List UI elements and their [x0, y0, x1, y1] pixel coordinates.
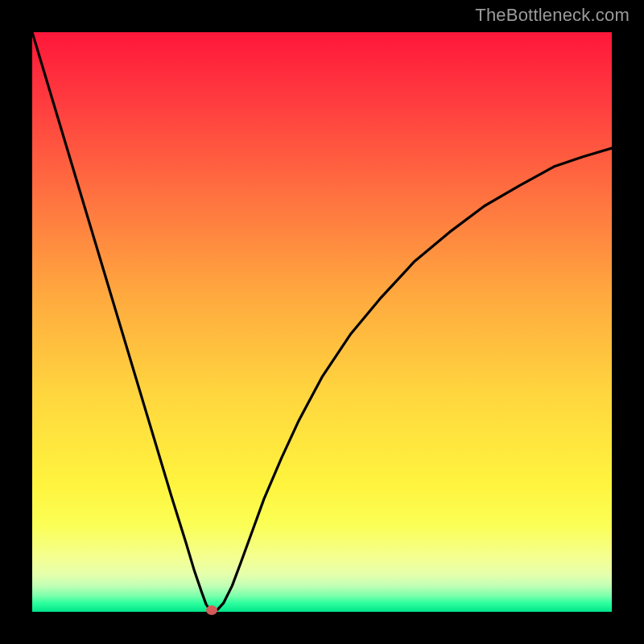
- minimum-marker: [206, 605, 217, 615]
- chart-frame: TheBottleneck.com: [0, 0, 644, 644]
- curve-layer: [32, 32, 612, 612]
- bottleneck-curve: [32, 32, 612, 610]
- watermark-text: TheBottleneck.com: [475, 5, 630, 26]
- plot-area: [32, 32, 612, 612]
